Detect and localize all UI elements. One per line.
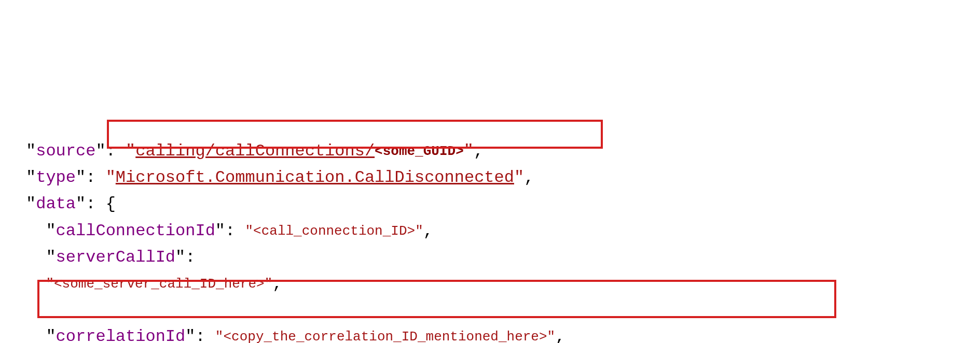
json-value-correlationid: <copy_the_correlation_ID_mentioned_here> bbox=[223, 329, 547, 343]
json-key-correlationid: correlationId bbox=[56, 327, 186, 343]
json-key-callconnectionid: callConnectionId bbox=[56, 221, 215, 240]
json-value-type: Microsoft.Communication.CallDisconnected bbox=[116, 168, 514, 187]
json-value-source-guid: <some_GUID> bbox=[375, 144, 464, 159]
json-key-servercallid: serverCallId bbox=[56, 248, 175, 267]
json-key-data: data bbox=[36, 194, 76, 213]
json-value-source-prefix: calling/callConnections/ bbox=[135, 141, 375, 161]
json-key-type: type bbox=[36, 168, 76, 187]
json-code-block: "source": "calling/callConnections/<some… bbox=[0, 106, 980, 343]
json-key-source: source bbox=[36, 141, 95, 161]
json-value-servercallid: <some_server_call_ID_here> bbox=[54, 276, 265, 292]
json-value-callconnectionid: <call_connection_ID> bbox=[253, 223, 415, 239]
